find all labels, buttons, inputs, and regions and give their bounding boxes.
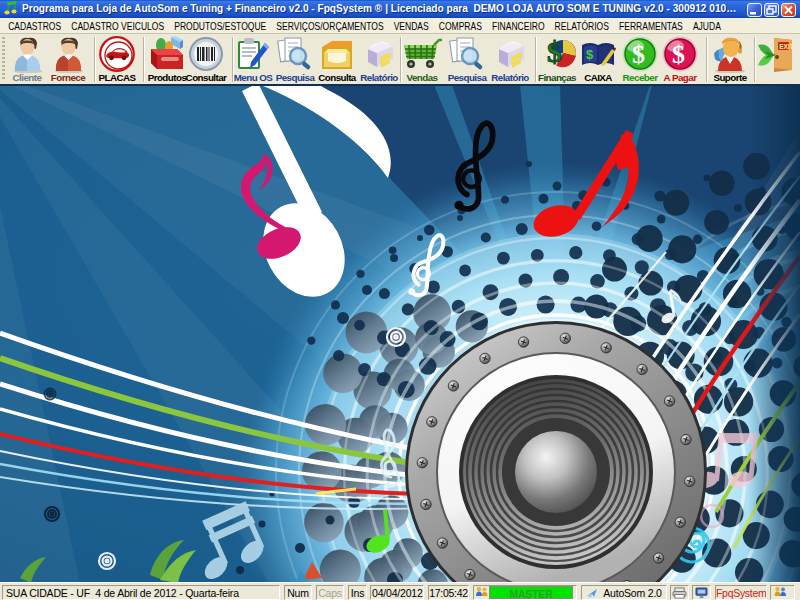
svg-text:$: $ [632,40,645,69]
svg-text:$: $ [547,35,562,68]
svg-text:EXIT: EXIT [779,43,793,50]
svg-text:$: $ [672,40,685,69]
svg-text:$: $ [586,47,594,62]
